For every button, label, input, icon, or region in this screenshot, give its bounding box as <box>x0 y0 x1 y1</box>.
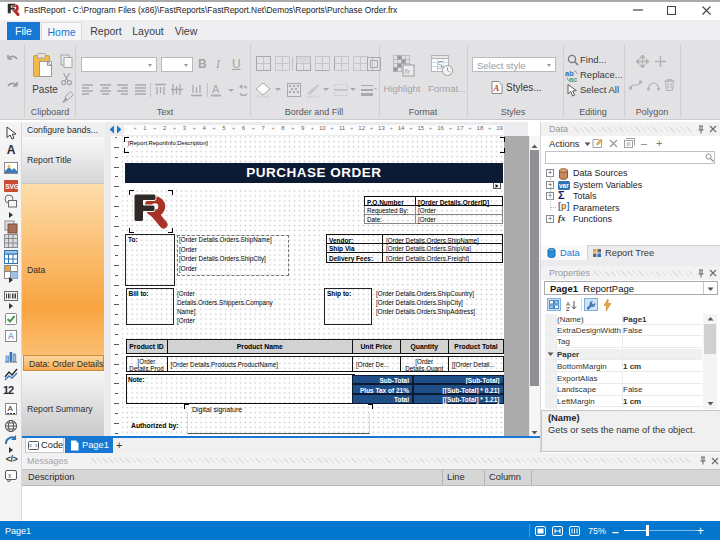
svg-text:A: A <box>212 83 220 95</box>
svg-text:SVG: SVG <box>5 183 18 190</box>
svg-text:A: A <box>8 404 14 413</box>
svg-text:Z: Z <box>566 306 570 311</box>
svg-text:fx: fx <box>405 68 411 75</box>
svg-text:A: A <box>8 331 14 341</box>
svg-text:ac: ac <box>569 75 577 83</box>
svg-text:var: var <box>559 182 569 189</box>
svg-text:A: A <box>493 83 500 93</box>
